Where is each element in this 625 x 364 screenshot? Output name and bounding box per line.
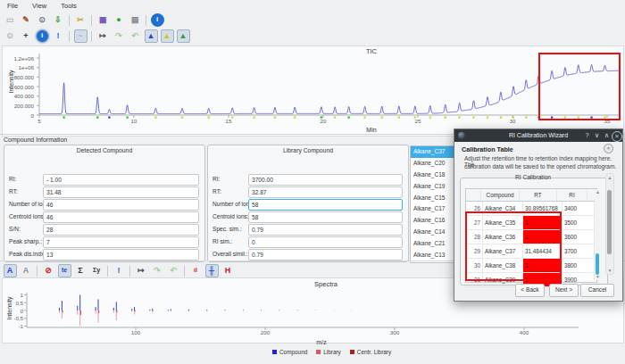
cancel-button[interactable]: Cancel [580,284,614,297]
rt-cell[interactable]: 1 [523,216,562,229]
compound-cell[interactable]: Alkane_C35 [483,216,523,229]
rt-cell[interactable]: 31,484434 [523,244,562,258]
compound-cell[interactable]: Alkane_C38 [483,259,523,272]
alkane-list[interactable]: Alkane_C37Alkane_C20Alkane_C18Alkane_C19… [410,145,455,263]
alkane-list-item[interactable]: Alkane_C20 [411,158,454,170]
back-button[interactable]: < Back [515,284,545,297]
alkane-list-item[interactable]: Alkane_C16 [411,215,454,227]
scan-marker-icon[interactable]: ! [52,29,65,43]
tic-selection-rectangle[interactable] [538,53,621,120]
ri-cell[interactable]: 3600 [562,230,595,244]
detected-field-6[interactable]: 13 [43,249,199,261]
retention-shift-icon[interactable]: ↦ [96,29,110,43]
sum-y-icon[interactable]: Σy [90,264,104,277]
unshade-icon[interactable]: ∧ [602,130,612,141]
alkane-list-item[interactable]: Alkane_C21 [411,238,454,250]
compound-cell[interactable]: Alkane_C36 [483,230,523,244]
zoom-icon[interactable]: ⊙ [36,13,49,27]
rt-cell[interactable]: 30,89561768 [523,202,562,215]
table-row[interactable]: 28Alkane_C3613600 [466,230,596,244]
shift-icon[interactable]: ↦ [135,264,148,277]
alkane-list-item[interactable]: Alkane_C14 [411,227,454,238]
menu-tools[interactable]: Tools [54,0,84,10]
mirror-view-icon[interactable]: ╫ [205,264,219,277]
menu-file[interactable]: File [0,0,25,10]
peak-width-icon[interactable]: H [221,264,235,277]
ri-cell[interactable]: 3700 [562,244,595,258]
te-toggle-icon[interactable]: te [58,264,71,277]
scroll-down-icon[interactable]: ▼ [606,268,613,273]
next-button[interactable]: Next > [549,284,579,297]
ri-cell[interactable]: 3500 [562,216,595,229]
library-field-2[interactable]: 58 [248,199,403,211]
table-row[interactable]: 29Alkane_C3731,4844343700 [466,244,596,259]
ri-cell[interactable]: 3800 [562,259,595,272]
scrollbar-thumb[interactable] [607,190,612,254]
table-row[interactable]: 30Alkane_C3813800 [466,259,596,273]
library-field-4[interactable]: 0.79 [248,224,403,236]
add-peak-icon[interactable]: + [20,29,33,43]
alkane-list-item[interactable]: Alkane_C37 [411,146,454,158]
ri-cell[interactable]: 3400 [562,202,595,215]
close-icon[interactable]: × [604,144,613,153]
alkane-list-item[interactable]: Alkane_C15 [411,193,454,204]
compound-cell[interactable]: Alkane_C34 [483,202,523,215]
detected-field-4[interactable]: 28 [43,224,199,236]
menu-view[interactable]: View [25,0,54,10]
legend-label: Compound [279,349,307,355]
library-field-6[interactable]: 0.79 [248,249,403,261]
forward-icon: ↷ [151,264,164,277]
close-icon[interactable]: × [612,131,622,142]
edit-icon[interactable]: ✎ [20,13,33,27]
legend-label: Library [323,349,341,355]
refresh-globe-icon[interactable]: ● [112,13,126,27]
relative-intensity-icon[interactable]: A [20,264,33,277]
triangle-yellow-icon[interactable]: ▲ [161,29,174,43]
alkane-list-item[interactable]: Alkane_C13 [411,250,454,261]
library-field-3[interactable]: 58 [248,211,403,223]
legend-item-centr-library: Centr. Library [350,349,391,355]
detected-field-3[interactable]: 46 [43,211,199,223]
spectra-toolbar: AA⊘teΣΣy!↦↷↶ıl╫H [2,263,236,278]
library-field-5[interactable]: 0 [248,236,403,248]
info-icon[interactable]: i [151,13,164,27]
wizard-body-scrollbar[interactable]: ▲ ▼ [605,173,614,275]
library-field-0[interactable]: 3700.00 [248,174,403,186]
compound-information-header: Compound Information [4,136,67,143]
library-field-1[interactable]: 32.87 [248,186,403,198]
triangle-green-icon[interactable]: ▲ [177,29,190,43]
compound-cell[interactable]: Alkane_C37 [483,244,523,258]
scroll-up-icon[interactable]: ▲ [595,189,601,194]
import-icon[interactable]: ⇩ [52,13,65,27]
sum-icon[interactable]: Σ [74,264,88,277]
shade-icon[interactable]: ∨ [592,130,602,141]
bars-icon[interactable]: ıl [189,264,203,277]
rt-cell[interactable]: 1 [523,259,562,272]
scroll-up-icon[interactable]: ▲ [606,175,613,180]
ri-calibration-table[interactable]: CompoundRTRI26Alkane_C3430,8956176834002… [465,188,597,283]
alkane-list-item[interactable]: Alkane_C17 [411,203,454,215]
absolute-intensity-icon[interactable]: A [4,264,17,277]
scan-icon[interactable]: ! [112,264,126,277]
report-device-icon[interactable]: ▦ [96,13,110,27]
detected-field-1[interactable]: 31.48 [43,186,199,198]
detected-field-2[interactable]: 46 [43,199,199,211]
triangle-blue-icon[interactable]: ▲ [145,29,158,43]
detected-compound-title: Detected Compound [4,147,204,153]
table-scrollbar[interactable]: ▲ ▼ [595,189,601,279]
alkane-list-item[interactable]: Alkane_C19 [411,181,454,193]
help-icon[interactable]: ? [582,130,592,141]
peak-info-icon[interactable]: i [36,29,49,43]
scroll-down-icon[interactable]: ▼ [595,274,601,279]
detected-field-label: Peak dis.indx: [9,251,46,257]
detected-field-0[interactable]: - 1.00 [43,174,199,186]
alkane-list-item[interactable]: Alkane_C18 [411,170,454,181]
table-row[interactable]: 27Alkane_C3513500 [466,216,596,230]
table-row[interactable]: 26Alkane_C3430,895617683400 [466,202,596,216]
detected-field-5[interactable]: 7 [43,236,199,248]
print-icon[interactable]: ▤ [129,13,142,27]
scrollbar-thumb[interactable] [596,253,599,275]
exclude-ions-icon[interactable]: ⊘ [42,264,55,277]
rt-cell[interactable]: 1 [523,230,562,244]
row-number-cell: 29 [466,244,483,258]
